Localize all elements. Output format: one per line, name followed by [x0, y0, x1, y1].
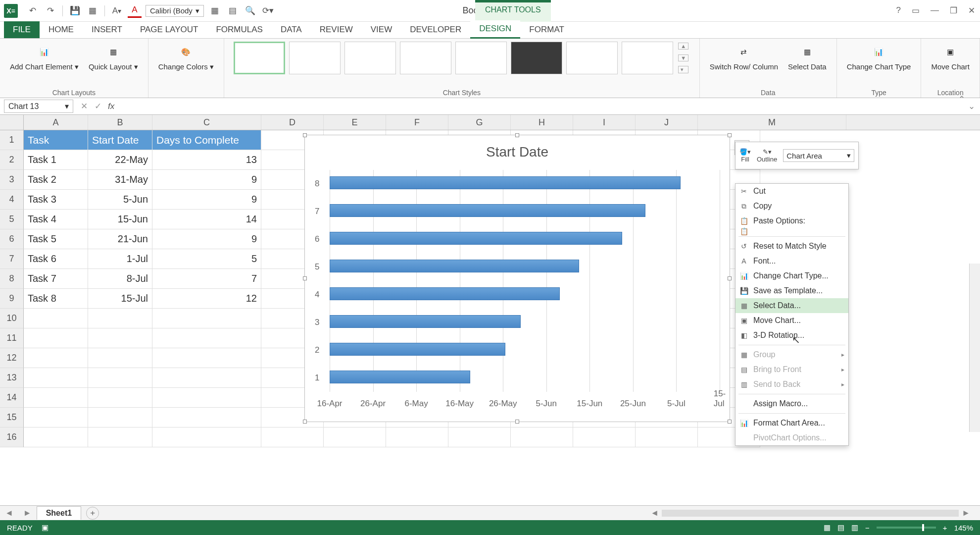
col-header-C[interactable]: C [152, 115, 261, 130]
row-header-5[interactable]: 5 [0, 210, 24, 229]
restore-button[interactable]: ❐ [950, 5, 957, 16]
row-header-3[interactable]: 3 [0, 170, 24, 190]
col-header-M[interactable]: M [698, 115, 846, 130]
data-cell[interactable] [152, 309, 261, 328]
view-normal-icon[interactable]: ▦ [824, 523, 831, 532]
data-cell[interactable]: 7 [152, 269, 261, 289]
switch-row-column-button[interactable]: ⇄Switch Row/ Column [707, 42, 781, 73]
data-cell[interactable] [24, 408, 88, 428]
fill-button[interactable]: 🪣▾Fill [739, 148, 751, 163]
col-header-H[interactable]: H [511, 115, 573, 130]
row-header-16[interactable]: 16 [0, 428, 24, 447]
chart-style-2[interactable] [289, 42, 341, 74]
chart-bar[interactable] [330, 371, 470, 383]
ctx-assign-macro-[interactable]: Assign Macro... [735, 396, 848, 411]
view-pagebreak-icon[interactable]: ▥ [851, 523, 858, 532]
row-header-10[interactable]: 10 [0, 309, 24, 328]
chart-bar[interactable] [330, 343, 505, 356]
styles-more[interactable]: ▾ [678, 66, 688, 73]
chart-plot-area[interactable]: 16-Apr26-Apr6-May16-May26-May5-Jun15-Jun… [330, 170, 720, 392]
data-cell[interactable] [152, 368, 261, 388]
col-header-B[interactable]: B [88, 115, 152, 130]
ctx-move-chart-[interactable]: ▣Move Chart... [735, 313, 848, 328]
col-header-G[interactable]: G [448, 115, 511, 130]
tab-formulas[interactable]: FORMULAS [207, 21, 271, 38]
data-cell[interactable]: Task 3 [24, 190, 88, 210]
chart-bar[interactable] [330, 315, 521, 328]
tab-view[interactable]: VIEW [362, 21, 401, 38]
save-button[interactable]: 💾 [68, 4, 82, 18]
data-cell[interactable] [88, 368, 152, 388]
data-cell[interactable]: Task 4 [24, 210, 88, 229]
tab-developer[interactable]: DEVELOPER [401, 21, 470, 38]
data-cell[interactable] [24, 428, 88, 447]
data-cell[interactable] [152, 408, 261, 428]
zoom-in-button[interactable]: + [943, 524, 947, 532]
row-header-9[interactable]: 9 [0, 289, 24, 309]
redo-button[interactable]: ↷ [44, 4, 57, 18]
header-cell[interactable]: Task [24, 130, 88, 150]
qa-icon-4[interactable]: ⟳▾ [261, 4, 275, 18]
data-cell[interactable] [88, 309, 152, 328]
data-cell[interactable]: 22-May [88, 150, 152, 170]
styles-scroll-up[interactable]: ▲ [678, 43, 688, 50]
hscroll-left[interactable]: ◄ [650, 508, 659, 518]
data-cell[interactable]: 9 [152, 229, 261, 249]
add-sheet-button[interactable]: + [86, 507, 99, 520]
zoom-slider[interactable] [877, 527, 936, 529]
view-layout-icon[interactable]: ▤ [837, 523, 844, 532]
data-cell[interactable] [152, 428, 261, 447]
data-cell[interactable]: 1-Jul [88, 249, 152, 269]
formula-enter[interactable]: ✓ [91, 101, 105, 111]
collapse-ribbon-icon[interactable]: ⌃ [958, 94, 965, 105]
print-button[interactable]: ▦ [86, 4, 99, 18]
empty-cell[interactable] [511, 428, 573, 447]
name-box[interactable]: Chart 13▾ [4, 100, 73, 113]
change-chart-type-button[interactable]: 📊Change Chart Type [844, 42, 914, 73]
empty-cell[interactable] [636, 428, 698, 447]
font-size-btn[interactable]: A▾ [110, 4, 124, 18]
tab-data[interactable]: DATA [272, 21, 311, 38]
row-header-2[interactable]: 2 [0, 150, 24, 170]
ribbon-display-button[interactable]: ▭ [912, 5, 920, 16]
col-header-I[interactable]: I [573, 115, 636, 130]
tab-home[interactable]: HOME [40, 21, 83, 38]
ctx-format-chart-area-[interactable]: 📊Format Chart Area... [735, 416, 848, 430]
data-cell[interactable]: 31-May [88, 170, 152, 190]
qa-icon-1[interactable]: ▦ [208, 4, 222, 18]
chart-style-7[interactable] [566, 42, 618, 74]
tab-page-layout[interactable]: PAGE LAYOUT [131, 21, 207, 38]
data-cell[interactable]: 13 [152, 150, 261, 170]
ctx-paste-options-[interactable]: 📋Paste Options: [735, 214, 848, 228]
row-header-15[interactable]: 15 [0, 408, 24, 428]
data-cell[interactable]: 14 [152, 210, 261, 229]
formula-expand[interactable]: ⌄ [963, 101, 980, 111]
zoom-level[interactable]: 145% [954, 524, 973, 532]
ctx-cut[interactable]: ✂Cut [735, 184, 848, 199]
quick-layout-button[interactable]: ▦Quick Layout ▾ [86, 42, 141, 73]
row-header-8[interactable]: 8 [0, 269, 24, 289]
data-cell[interactable]: 8-Jul [88, 269, 152, 289]
col-header-D[interactable]: D [261, 115, 324, 130]
row-header-6[interactable]: 6 [0, 229, 24, 249]
empty-cell[interactable] [261, 428, 324, 447]
col-header-F[interactable]: F [386, 115, 448, 130]
header-cell[interactable]: Start Date [88, 130, 152, 150]
undo-button[interactable]: ↶ [26, 4, 40, 18]
macro-record-icon[interactable]: ▣ [42, 523, 49, 532]
data-cell[interactable]: Task 2 [24, 170, 88, 190]
chart-element-selector[interactable]: Chart Area▾ [783, 149, 854, 162]
data-cell[interactable] [24, 309, 88, 328]
data-cell[interactable]: Task 1 [24, 150, 88, 170]
horizontal-scrollbar[interactable] [662, 510, 959, 517]
data-cell[interactable]: 15-Jun [88, 210, 152, 229]
chart-bar[interactable] [330, 232, 622, 245]
data-cell[interactable] [152, 348, 261, 368]
zoom-out-button[interactable]: − [865, 524, 870, 532]
sheet-nav-prev[interactable]: ◄ [0, 508, 18, 518]
close-button[interactable]: ✕ [968, 5, 975, 16]
outline-button[interactable]: ✎▾Outline [757, 148, 777, 163]
select-data-button[interactable]: ▦Select Data [785, 42, 830, 73]
chart-bar[interactable] [330, 287, 560, 300]
chart-bar[interactable] [330, 176, 681, 189]
